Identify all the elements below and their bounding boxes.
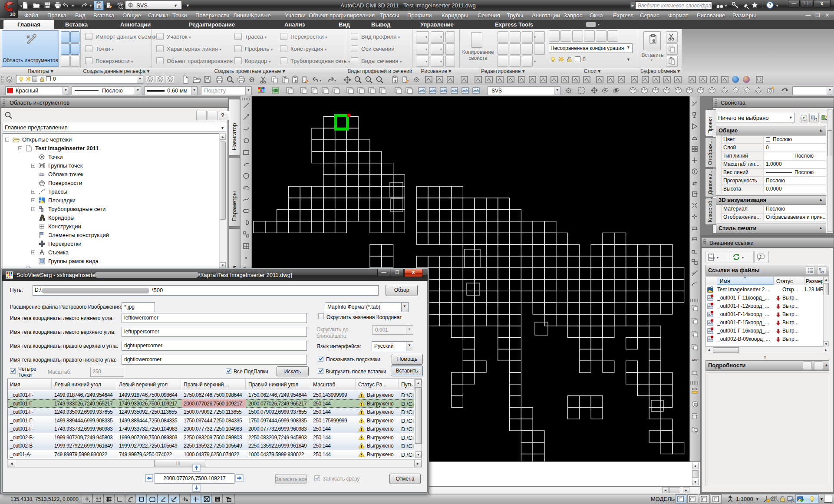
- svg-text:XYZ: XYZ: [117, 2, 123, 5]
- svg-text:?: ?: [768, 3, 771, 7]
- svg-text:DWG: DWG: [709, 257, 715, 260]
- svg-text:ABC: ABC: [692, 358, 699, 362]
- svg-text:?: ?: [759, 254, 761, 259]
